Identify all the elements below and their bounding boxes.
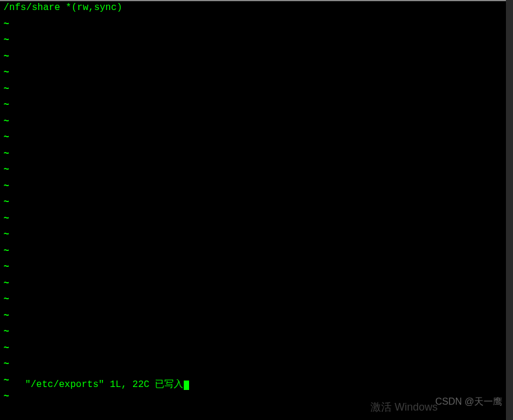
vim-tilde-line: ~: [1, 259, 512, 276]
vim-tilde-line: ~: [1, 211, 512, 227]
terminal-window[interactable]: /nfs/share *(rw,sync) ~~~~~~~~~~~~~~~~~~…: [0, 0, 513, 420]
vim-tilde-line: ~: [1, 130, 512, 146]
vim-tilde-line: ~: [1, 16, 512, 33]
vim-tilde-line: ~: [1, 243, 512, 260]
status-position: 1L, 22C: [110, 379, 149, 390]
vim-tilde-line: ~: [1, 292, 512, 308]
vim-tilde-line: ~: [1, 276, 512, 292]
vim-empty-lines: ~~~~~~~~~~~~~~~~~~~~~~~~: [1, 16, 512, 405]
window-right-border: [506, 0, 513, 420]
vim-tilde-line: ~: [1, 178, 512, 195]
vim-tilde-line: ~: [1, 227, 512, 243]
vim-tilde-line: ~: [1, 49, 512, 65]
vim-tilde-line: ~: [1, 97, 512, 114]
file-content-line[interactable]: /nfs/share *(rw,sync): [1, 0, 512, 16]
status-filename: "/etc/exports": [25, 379, 104, 390]
cursor: [184, 381, 189, 390]
vim-tilde-line: ~: [1, 65, 512, 81]
vim-tilde-line: ~: [1, 81, 512, 98]
vim-tilde-line: ~: [1, 162, 512, 178]
vim-tilde-line: ~: [1, 308, 512, 325]
activate-windows-watermark: 激活 Windows: [370, 399, 438, 416]
vim-tilde-line: ~: [1, 194, 512, 211]
vim-tilde-line: ~: [1, 146, 512, 163]
vim-tilde-line: ~: [1, 324, 512, 340]
status-message: 已写入: [155, 379, 183, 390]
csdn-watermark: CSDN @天一鹰: [435, 393, 502, 410]
vim-status-line: "/etc/exports" 1L, 22C 已写入: [2, 361, 189, 410]
vim-tilde-line: ~: [1, 340, 512, 357]
window-top-border: [0, 0, 513, 1]
vim-tilde-line: ~: [1, 114, 512, 130]
vim-tilde-line: ~: [1, 32, 512, 49]
